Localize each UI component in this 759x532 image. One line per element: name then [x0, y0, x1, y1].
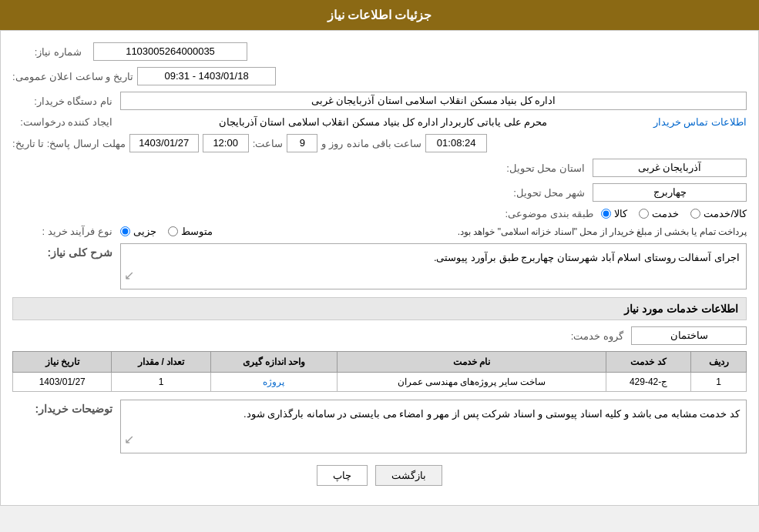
- ostan-value: آذربایجان غربی: [593, 159, 747, 177]
- shomare-label: شماره نیاز:: [12, 46, 82, 58]
- khadamat-section-header: اطلاعات خدمات مورد نیاز: [12, 297, 747, 320]
- mohlat-saat-value: 12:00: [203, 134, 249, 152]
- nam-dastgah-row: اداره کل بنیاد مسکن انقلاب اسلامی استان …: [12, 92, 747, 110]
- radio-khedmat-input[interactable]: [639, 209, 649, 219]
- table-row: 1 ج-42-429 ساخت سایر پروژه‌های مهندسی عم…: [13, 373, 747, 392]
- radio-jozi-input[interactable]: [120, 226, 130, 236]
- sharh-label: شرح کلی نیاز:: [12, 243, 113, 259]
- khadamat-table: ردیف کد خدمت نام خدمت واحد اندازه گیری ت…: [12, 351, 747, 392]
- nooe-row: پرداخت تمام یا بخشی از مبلغ خریدار از مح…: [12, 226, 747, 237]
- btn-chap[interactable]: چاپ: [317, 465, 368, 486]
- col-kod: کد خدمت: [606, 352, 691, 373]
- shomare-row: 1103005264000035 شماره نیاز:: [12, 42, 747, 61]
- col-tarikh: تاریخ نیاز: [13, 352, 112, 373]
- mohlat-baqi-value: 01:08:24: [425, 134, 487, 152]
- mohlat-label: مهلت ارسال پاسخ: تا تاریخ:: [12, 138, 126, 149]
- nooe-label: نوع فرآیند خرید :: [12, 226, 113, 237]
- grohe-value: ساختمان: [631, 326, 747, 345]
- shomare-value: 1103005264000035: [93, 42, 247, 61]
- grohe-row: ساختمان گروه خدمت:: [12, 326, 747, 345]
- sharh-value: اجرای آسفالت روستای اسلام آباد شهرستان چ…: [120, 243, 747, 289]
- radio-jozi: جزیی: [120, 226, 156, 237]
- cell-vahed: پروژه: [210, 373, 337, 392]
- tozihat-label: توضیحات خریدار:: [12, 400, 113, 415]
- nam-dastgah-label: نام دستگاه خریدار:: [12, 95, 113, 107]
- tarikh-row: 1403/01/18 - 09:31 تاریخ و ساعت اعلان عم…: [12, 67, 747, 85]
- tarikh-label: تاریخ و ساعت اعلان عمومی:: [12, 71, 133, 82]
- mohlat-row: 01:08:24 ساعت باقی مانده روز و 9 ساعت: 1…: [12, 134, 747, 152]
- kala-khedmat-label: کالا/خدمت: [704, 208, 747, 219]
- col-nam: نام خدمت: [338, 352, 606, 373]
- bottom-buttons: بازگشت چاپ: [12, 465, 747, 486]
- tarikh-value: 1403/01/18 - 09:31: [137, 67, 276, 85]
- sharh-row: اجرای آسفالت روستای اسلام آباد شهرستان چ…: [12, 243, 747, 289]
- btn-bazgasht[interactable]: بازگشت: [375, 465, 442, 486]
- tozihat-row: کد خدمت مشابه می باشد و کلیه اسناد پیوست…: [12, 400, 747, 453]
- mohlat-rooz-value: 9: [287, 134, 317, 152]
- tozihat-value: کد خدمت مشابه می باشد و کلیه اسناد پیوست…: [120, 400, 747, 453]
- kala-label: کالا: [614, 208, 627, 219]
- radio-kala: کالا: [601, 208, 627, 219]
- ostan-label: استان محل تحویل:: [485, 162, 585, 174]
- radio-kala-khedmat-input[interactable]: [690, 209, 700, 219]
- nooe-radio-group: متوسط جزیی: [120, 226, 213, 237]
- mohlat-baqi-label: ساعت باقی مانده: [347, 138, 421, 149]
- radio-kala-input[interactable]: [601, 209, 611, 219]
- khedmat-label: خدمت: [652, 208, 679, 219]
- jozi-label: جزیی: [133, 226, 156, 237]
- mohlat-rooz-label: روز و: [321, 138, 343, 149]
- cell-tarikh: 1403/01/27: [13, 373, 112, 392]
- radio-motevaset: متوسط: [168, 226, 213, 237]
- tabagheh-label: طبقه بندی موضوعی:: [493, 208, 593, 219]
- cell-kod: ج-42-429: [606, 373, 691, 392]
- cell-radif: 1: [691, 373, 747, 392]
- nooe-description: پرداخت تمام یا بخشی از مبلغ خریدار از مح…: [220, 226, 747, 237]
- col-tedad: تعداد / مقدار: [112, 352, 210, 373]
- content-area: 1103005264000035 شماره نیاز: 1403/01/18 …: [0, 30, 759, 506]
- col-vahed: واحد اندازه گیری: [210, 352, 337, 373]
- cell-tedad: 1: [112, 373, 210, 392]
- ijad-value: محرم علی یاباتی کاربردار اداره کل بنیاد …: [120, 116, 646, 128]
- ijad-row: اطلاعات تماس خریدار محرم علی یاباتی کارب…: [12, 116, 747, 128]
- ostan-row: آذربایجان غربی استان محل تحویل:: [12, 159, 747, 177]
- radio-kala-khedmat: کالا/خدمت: [690, 208, 747, 219]
- radio-khedmat: خدمت: [639, 208, 679, 219]
- shahr-row: چهاربرج شهر محل تحویل:: [12, 183, 747, 202]
- grohe-label: گروه خدمت:: [523, 330, 623, 342]
- nam-dastgah-value: اداره کل بنیاد مسکن انقلاب اسلامی استان …: [120, 92, 747, 110]
- shahr-value: چهاربرج: [593, 183, 747, 202]
- page-header: جزئیات اطلاعات نیاز: [0, 0, 759, 30]
- mohlat-saat-label: ساعت:: [253, 138, 284, 149]
- cell-nam: ساخت سایر پروژه‌های مهندسی عمران: [338, 373, 606, 392]
- mohlat-date-value: 1403/01/27: [129, 134, 199, 152]
- tabagheh-radio-group: کالا/خدمت خدمت کالا: [601, 208, 747, 219]
- shahr-label: شهر محل تحویل:: [485, 187, 585, 199]
- radio-motevaset-input[interactable]: [168, 226, 178, 236]
- page-title: جزئیات اطلاعات نیاز: [327, 8, 432, 22]
- ijad-link[interactable]: اطلاعات تماس خریدار: [653, 116, 747, 128]
- col-radif: ردیف: [691, 352, 747, 373]
- motevaset-label: متوسط: [181, 226, 213, 237]
- ijad-label: ایجاد کننده درخواست:: [12, 116, 113, 128]
- main-container: جزئیات اطلاعات نیاز 1103005264000035 شما…: [0, 0, 759, 506]
- tabagheh-row: کالا/خدمت خدمت کالا طبقه بندی موضوعی:: [12, 208, 747, 219]
